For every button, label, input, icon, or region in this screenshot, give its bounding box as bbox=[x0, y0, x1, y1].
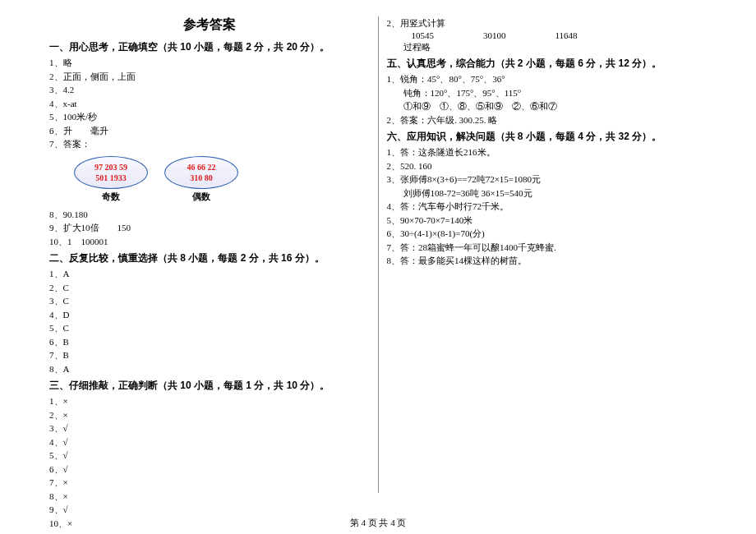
s2-item: 4、D bbox=[49, 308, 370, 322]
s6-item: 3、张师傅8×(3+6)==72吨72×15=1080元 bbox=[387, 173, 708, 186]
s6-item: 2、520. 160 bbox=[387, 159, 708, 173]
page-footer: 第 4 页 共 4 页 bbox=[0, 517, 756, 529]
calc-values: 10545 30100 11648 bbox=[387, 30, 708, 40]
s3-item: 1、× bbox=[49, 394, 370, 408]
calc-value: 10545 bbox=[412, 30, 435, 40]
s3-item: 9、√ bbox=[49, 503, 370, 517]
s6-item: 5、90×70-70×7=140米 bbox=[387, 214, 708, 228]
page-container: 参考答案 一、用心思考，正确填空（共 10 小题，每题 2 分，共 20 分）。… bbox=[0, 0, 756, 518]
s1-item: 1、略 bbox=[49, 56, 370, 70]
section-3-header: 三、仔细推敲，正确判断（共 10 小题，每题 1 分，共 10 分）。 bbox=[49, 379, 370, 393]
s2-item: 6、B bbox=[49, 335, 370, 349]
oval-even: 46 66 22 310 80 bbox=[164, 156, 238, 189]
s2-item: 5、C bbox=[49, 321, 370, 335]
ovals-container: 97 203 59 501 1933 奇数 46 66 22 310 80 偶数 bbox=[74, 156, 370, 203]
s6-item: 8、答：最多能买14棵这样的树苗。 bbox=[387, 254, 708, 268]
s1-item: 6、升 毫升 bbox=[49, 124, 370, 138]
oval-odd: 97 203 59 501 1933 bbox=[74, 156, 148, 189]
oval-odd-group: 97 203 59 501 1933 奇数 bbox=[74, 156, 148, 203]
s1-item: 5、100米/秒 bbox=[49, 110, 370, 124]
s2-item: 8、A bbox=[49, 362, 370, 376]
s2-item: 7、B bbox=[49, 348, 370, 362]
s3-item: 7、× bbox=[49, 476, 370, 490]
s1-item: 10、1 100001 bbox=[49, 235, 370, 249]
right-column: 2、用竖式计算 10545 30100 11648 过程略 五、认真思考，综合能… bbox=[379, 16, 716, 493]
calc-value: 11648 bbox=[555, 30, 578, 40]
s5-item: 钝角：120°、175°、95°、115° bbox=[387, 86, 708, 100]
oval-line: 501 1933 bbox=[95, 173, 127, 183]
main-title: 参考答案 bbox=[49, 16, 370, 34]
calc-value: 30100 bbox=[483, 30, 506, 40]
s3-item: 4、√ bbox=[49, 435, 370, 449]
s1-item: 8、90.180 bbox=[49, 208, 370, 222]
s2-item: 3、C bbox=[49, 294, 370, 308]
oval-even-label: 偶数 bbox=[164, 191, 238, 203]
s4-item: 过程略 bbox=[387, 40, 708, 54]
section-5-header: 五、认真思考，综合能力（共 2 小题，每题 6 分，共 12 分）。 bbox=[387, 57, 708, 71]
s6-item: 刘师傅108-72=36吨 36×15=540元 bbox=[387, 186, 708, 200]
s1-item: 3、4.2 bbox=[49, 83, 370, 97]
s1-item: 7、答案： bbox=[49, 137, 370, 151]
s1-item: 4、x-at bbox=[49, 97, 370, 111]
s3-item: 2、× bbox=[49, 408, 370, 422]
oval-odd-label: 奇数 bbox=[74, 191, 148, 203]
section-2-header: 二、反复比较，慎重选择（共 8 小题，每题 2 分，共 16 分）。 bbox=[49, 251, 370, 265]
s6-item: 1、答：这条隧道长216米。 bbox=[387, 145, 708, 159]
s3-item: 5、√ bbox=[49, 449, 370, 463]
left-column: 参考答案 一、用心思考，正确填空（共 10 小题，每题 2 分，共 20 分）。… bbox=[41, 16, 379, 493]
s2-item: 1、A bbox=[49, 267, 370, 281]
s6-item: 7、答：28箱蜜蜂一年可以酿1400千克蜂蜜. bbox=[387, 241, 708, 255]
s3-item: 8、× bbox=[49, 490, 370, 504]
s3-item: 6、√ bbox=[49, 463, 370, 476]
s6-item: 6、30÷(4-1)×(8-1)=70(分) bbox=[387, 227, 708, 241]
oval-even-group: 46 66 22 310 80 偶数 bbox=[164, 156, 238, 203]
s2-item: 2、C bbox=[49, 281, 370, 295]
section-1-header: 一、用心思考，正确填空（共 10 小题，每题 2 分，共 20 分）。 bbox=[49, 40, 370, 54]
s1-item: 9、扩大10倍 150 bbox=[49, 221, 370, 235]
s5-item: 2、答案：六年级. 300.25. 略 bbox=[387, 113, 708, 127]
s4-item: 2、用竖式计算 bbox=[387, 16, 708, 30]
section-6-header: 六、应用知识，解决问题（共 8 小题，每题 4 分，共 32 分）。 bbox=[387, 130, 708, 144]
s6-item: 4、答：汽车每小时行72千米。 bbox=[387, 200, 708, 214]
s5-item: ①和⑨ ①、⑧、⑤和⑨ ②、⑥和⑦ bbox=[387, 99, 708, 113]
s3-item: 3、√ bbox=[49, 421, 370, 435]
s1-item: 2、正面，侧面，上面 bbox=[49, 70, 370, 84]
oval-line: 97 203 59 bbox=[94, 162, 127, 173]
s5-item: 1、锐角：45°、80°、75°、36° bbox=[387, 72, 708, 86]
oval-line: 310 80 bbox=[190, 173, 213, 183]
oval-line: 46 66 22 bbox=[187, 162, 216, 173]
